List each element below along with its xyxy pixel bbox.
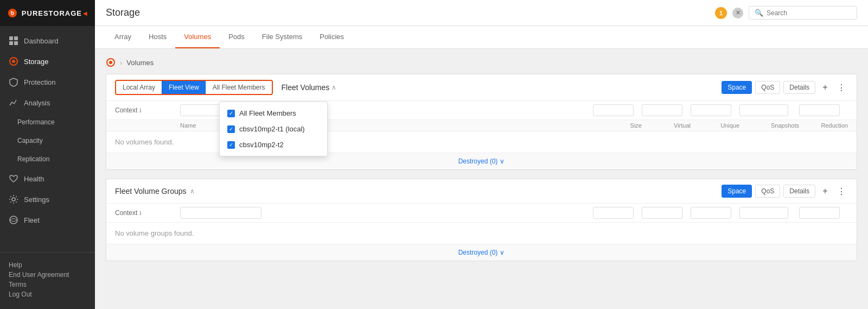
vg-col-context: Context ℹ	[115, 209, 180, 217]
fleet-volumes-controls: Space QoS Details + ⋮	[722, 81, 848, 94]
all-fleet-members-button[interactable]: All Fleet Members	[206, 81, 272, 94]
unique-filter-input[interactable]	[691, 104, 731, 116]
snapshots-filter-input[interactable]	[739, 104, 788, 116]
dropdown-label-t2: cbsv10mp2-t2	[239, 141, 284, 149]
sidebar-item-fleet[interactable]: Fleet	[0, 210, 95, 230]
tab-policies[interactable]: Policies	[311, 26, 353, 48]
fleet-icon	[9, 215, 18, 225]
sidebar: PURESTORAGE ◀ Dashboard Storage Protecti…	[0, 0, 95, 309]
vg-virtual-input[interactable]	[642, 207, 682, 219]
sidebar-label-settings: Settings	[24, 196, 49, 204]
fleet-volume-groups-collapse[interactable]: ∧	[190, 187, 195, 195]
fleet-volumes-more-btn[interactable]: ⋮	[835, 81, 848, 94]
sidebar-label-dashboard: Dashboard	[24, 37, 59, 45]
fleet-vg-add-btn[interactable]: +	[819, 185, 832, 198]
fleet-dropdown: ✓ All Fleet Members ✓ cbsv10mp2-t1 (loca…	[219, 102, 328, 156]
dropdown-label-all: All Fleet Members	[239, 109, 296, 117]
local-array-button[interactable]: Local Array	[116, 81, 162, 94]
dropdown-cbsv10mp2-t2[interactable]: ✓ cbsv10mp2-t2	[220, 137, 327, 153]
sidebar-item-protection[interactable]: Protection	[0, 72, 95, 92]
svg-rect-3	[9, 41, 13, 45]
sidebar-item-performance[interactable]: Performance	[0, 113, 95, 131]
fleet-vg-destroyed-link[interactable]: Destroyed (0) ∨	[458, 249, 505, 256]
vg-context-info-icon[interactable]: ℹ	[139, 210, 142, 216]
storage-icon	[9, 56, 18, 66]
dropdown-cbsv10mp2-t1[interactable]: ✓ cbsv10mp2-t1 (local)	[220, 121, 327, 137]
sidebar-item-storage[interactable]: Storage	[0, 51, 95, 72]
sidebar-label-capacity: Capacity	[17, 137, 43, 144]
fleet-vg-qos-btn[interactable]: QoS	[755, 185, 780, 198]
tab-pods[interactable]: Pods	[220, 26, 253, 48]
topbar: Storage 1 ✕ 🔍	[95, 0, 868, 26]
fleet-volume-groups-title-area: Fleet Volume Groups ∧	[115, 187, 195, 196]
sidebar-label-performance: Performance	[17, 118, 55, 126]
fleet-volumes-section: Local Array Fleet View All Fleet Members…	[106, 74, 857, 170]
context-info-icon[interactable]: ℹ	[139, 108, 142, 113]
fleet-volumes-space-btn[interactable]: Space	[722, 81, 752, 94]
logo: PURESTORAGE ◀	[0, 0, 95, 26]
breadcrumb: › Volumes	[106, 58, 857, 67]
tab-volumes[interactable]: Volumes	[175, 26, 220, 48]
fleet-vg-details-btn[interactable]: Details	[783, 185, 815, 198]
sidebar-item-replication[interactable]: Replication	[0, 150, 95, 168]
dropdown-all-fleet-members[interactable]: ✓ All Fleet Members	[220, 105, 327, 121]
fleet-volumes-qos-btn[interactable]: QoS	[755, 81, 780, 94]
vg-name-filter-input[interactable]	[180, 207, 261, 219]
vg-reduction-input[interactable]	[799, 207, 840, 219]
fleet-toolbar: Local Array Fleet View All Fleet Members…	[115, 80, 336, 95]
sidebar-item-analysis[interactable]: Analysis	[0, 92, 95, 113]
footer-help[interactable]: Help	[9, 261, 86, 269]
fleet-view-button[interactable]: Fleet View	[162, 81, 206, 94]
vg-size-input[interactable]	[593, 207, 634, 219]
fleet-volumes-destroyed-link[interactable]: Destroyed (0) ∨	[458, 157, 505, 165]
virtual-filter-input[interactable]	[642, 104, 682, 116]
search-box: 🔍	[749, 6, 857, 20]
tab-file-systems[interactable]: File Systems	[253, 26, 311, 48]
health-icon	[9, 174, 18, 184]
close-alert-button[interactable]: ✕	[732, 8, 743, 18]
fleet-volume-groups-controls: Space QoS Details + ⋮	[722, 185, 848, 198]
fleet-vg-more-btn[interactable]: ⋮	[835, 185, 848, 198]
settings-icon	[9, 194, 18, 204]
fleet-vg-space-btn[interactable]: Space	[722, 185, 752, 198]
sidebar-label-fleet: Fleet	[24, 216, 40, 224]
search-icon: 🔍	[755, 9, 763, 17]
sidebar-item-dashboard[interactable]: Dashboard	[0, 30, 95, 51]
fleet-volumes-details-btn[interactable]: Details	[783, 81, 815, 94]
tab-bar: Array Hosts Volumes Pods File Systems Po…	[95, 26, 868, 49]
fleet-selector-outline: Local Array Fleet View All Fleet Members…	[115, 80, 273, 95]
svg-rect-2	[14, 36, 18, 40]
sidebar-item-capacity[interactable]: Capacity	[0, 131, 95, 150]
fleet-volume-groups-title: Fleet Volume Groups	[115, 187, 187, 196]
page-title: Storage	[106, 7, 140, 18]
fleet-volume-groups-section: Fleet Volume Groups ∧ Space QoS Details …	[106, 179, 857, 261]
grid-icon	[9, 36, 18, 46]
fleet-vg-no-data: No volume groups found.	[106, 223, 857, 244]
size-filter-input[interactable]	[593, 104, 634, 116]
search-input[interactable]	[767, 9, 851, 17]
tab-array[interactable]: Array	[106, 26, 140, 48]
col-header-unique: Unique	[691, 122, 739, 129]
vg-snapshots-input[interactable]	[739, 207, 788, 219]
tab-hosts[interactable]: Hosts	[140, 26, 175, 48]
sidebar-label-protection: Protection	[24, 78, 56, 86]
footer-eua[interactable]: End User Agreement	[9, 271, 86, 279]
col-header-size: Size	[593, 122, 642, 129]
fleet-volumes-add-btn[interactable]: +	[819, 81, 832, 94]
content-area: › Volumes Local Array Fleet View All Fle…	[95, 49, 868, 309]
svg-rect-4	[14, 41, 18, 45]
sidebar-item-health[interactable]: Health	[0, 168, 95, 189]
check-all-fleet-members: ✓	[227, 110, 235, 117]
footer-terms[interactable]: Terms	[9, 281, 86, 288]
sidebar-nav: Dashboard Storage Protection Analysis Pe…	[0, 26, 95, 252]
alert-button[interactable]: 1	[715, 7, 727, 19]
vg-unique-input[interactable]	[691, 207, 731, 219]
chart-icon	[9, 98, 18, 108]
reduction-filter-input[interactable]	[799, 104, 840, 116]
fleet-volumes-collapse[interactable]: ∧	[331, 84, 336, 91]
sidebar-item-settings[interactable]: Settings	[0, 189, 95, 210]
topbar-right: 1 ✕ 🔍	[715, 6, 857, 20]
footer-logout[interactable]: Log Out	[9, 291, 86, 298]
fleet-vg-destroyed-label: Destroyed (0)	[458, 249, 498, 256]
sidebar-label-storage: Storage	[24, 58, 49, 66]
